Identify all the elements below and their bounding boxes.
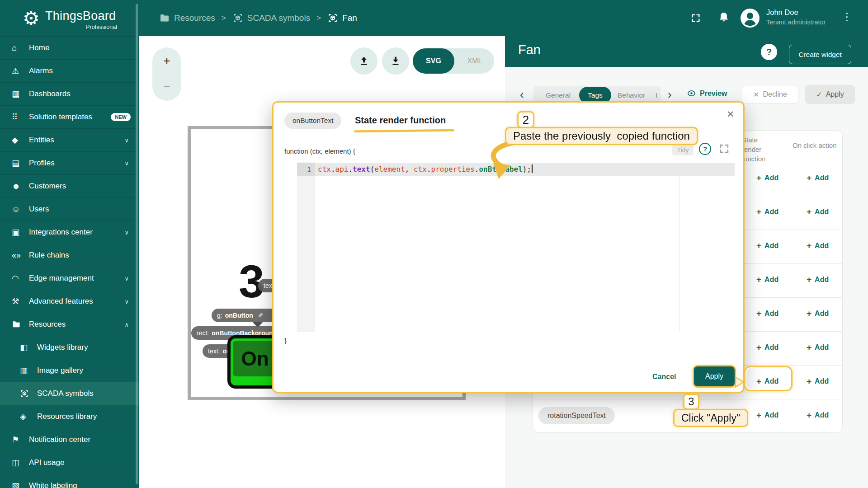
apply-button-top[interactable]: ✓ Apply	[805, 85, 855, 104]
sidebar-item-image-gallery[interactable]: ▥Image gallery	[0, 359, 139, 382]
sidebar-item-alarms[interactable]: ⚠Alarms	[0, 59, 139, 82]
add-state-render-function-button[interactable]: +Add	[756, 173, 778, 183]
sidebar-item-dashboards[interactable]: ▦Dashboards	[0, 82, 139, 105]
sidebar-item-label: Alarms	[29, 66, 53, 75]
sidebar-item-resources[interactable]: Resources∧	[0, 313, 139, 336]
chevron-down-icon: ∨	[124, 137, 129, 144]
sidebar-item-solution-templates[interactable]: ⠿Solution templatesNEW	[0, 105, 139, 128]
sidebar-item-notification-center[interactable]: ⚑Notification center	[0, 428, 139, 451]
sidebar-scrollbar[interactable]	[136, 4, 138, 484]
tidy-button[interactable]: Tidy	[672, 144, 693, 155]
add-label: Add	[764, 242, 778, 250]
add-on-click-action-button[interactable]: +Add	[807, 275, 829, 285]
tabs-scroll-left-icon[interactable]: ‹	[520, 88, 524, 102]
upload-button[interactable]	[350, 47, 377, 75]
sidebar-item-resources-library[interactable]: ◈Resources library	[0, 405, 139, 428]
add-on-click-action-button[interactable]: +Add	[807, 376, 829, 386]
add-on-click-action-button[interactable]: +Add	[807, 207, 829, 217]
plus-icon: +	[756, 343, 761, 352]
add-label: Add	[815, 242, 829, 250]
code-editor[interactable]: 1 ctx.api.text(element, ctx.properties.o…	[297, 162, 735, 332]
decline-button[interactable]: ✕ Decline	[742, 85, 798, 104]
add-state-render-function-button[interactable]: +Add	[756, 410, 778, 420]
sidebar-item-profiles[interactable]: ▤Profiles∨	[0, 151, 139, 174]
add-state-render-function-button[interactable]: +Add	[756, 275, 778, 285]
tutorial-step-2-badge: 2	[517, 111, 534, 128]
sidebar-item-users[interactable]: ☺Users	[0, 197, 139, 221]
sidebar-item-edge-management[interactable]: ◠Edge management∨	[0, 267, 139, 290]
function-signature: function (ctx, element) {	[284, 147, 355, 155]
sidebar: ⚙ ThingsBoard Professional ⌂Home⚠Alarms▦…	[0, 0, 139, 488]
download-button[interactable]	[382, 47, 409, 75]
preview-label: Preview	[700, 89, 727, 98]
sidebar-item-white-labeling[interactable]: ▧White labeling	[0, 474, 139, 488]
close-icon[interactable]: ✕	[726, 109, 735, 120]
zoom-control: + −	[152, 47, 181, 101]
sidebar-item-label: API usage	[29, 458, 64, 467]
add-state-render-function-button[interactable]: +Add	[756, 309, 778, 319]
create-widget-button[interactable]: Create widget	[789, 45, 851, 64]
sidebar-item-entities[interactable]: ◆Entities∨	[0, 128, 139, 151]
sidebar-item-integrations-center[interactable]: ▣Integrations center∨	[0, 221, 139, 244]
sidebar-item-scada-symbols[interactable]: SCADA symbols	[0, 382, 139, 405]
add-on-click-action-button[interactable]: +Add	[807, 343, 829, 352]
plus-icon: +	[807, 207, 811, 217]
tag-prefix: g:	[217, 312, 222, 319]
breadcrumb-resources[interactable]: Resources	[159, 13, 215, 23]
sidebar-item-home[interactable]: ⌂Home	[0, 36, 139, 59]
sidebar-item-label: Resources	[29, 320, 66, 329]
sidebar-item-rule-chains[interactable]: «»Rule chains	[0, 244, 139, 267]
add-label: Add	[764, 343, 778, 352]
breadcrumb-scada-symbols[interactable]: SCADA symbols	[232, 13, 310, 23]
panel-title: Fan	[518, 42, 541, 57]
tutorial-step-3-badge: 3	[683, 394, 699, 410]
sidebar-item-customers[interactable]: ☻Customers	[0, 174, 139, 197]
code-token: .	[331, 165, 335, 174]
dialog-title: State render function	[355, 115, 446, 126]
tutorial-ring-pointer	[734, 376, 745, 389]
code-token: .	[348, 165, 353, 174]
sidebar-item-advanced-features[interactable]: ⚒Advanced features∨	[0, 290, 139, 313]
sidebar-item-label: Profiles	[29, 159, 55, 168]
sidebar-item-api-usage[interactable]: ◫API usage	[0, 451, 139, 474]
help-icon[interactable]: ?	[761, 44, 777, 60]
preview-button[interactable]: Preview	[687, 89, 727, 98]
column-header-state-render-function: State render function	[742, 135, 776, 164]
add-state-render-function-button[interactable]: +Add	[756, 343, 778, 352]
avatar[interactable]	[740, 8, 760, 28]
cancel-button[interactable]: Cancel	[652, 373, 676, 381]
apply-button-dialog[interactable]: Apply	[694, 366, 735, 386]
dialog-tag-chip[interactable]: onButtonText	[284, 113, 341, 129]
brand-logo[interactable]: ⚙ ThingsBoard Professional	[0, 0, 139, 36]
expand-editor-icon[interactable]	[719, 143, 730, 154]
chevron-down-icon: ∨	[124, 298, 129, 305]
tag-chip-rotationspeedtext[interactable]: rotationSpeedText	[538, 407, 615, 424]
tabs-scroll-right-icon[interactable]: ›	[668, 88, 672, 102]
add-on-click-action-button[interactable]: +Add	[807, 241, 829, 251]
toggle-xml-option[interactable]: XML	[455, 48, 494, 74]
zoom-in-button[interactable]: +	[152, 54, 181, 68]
sidebar-item-label: Home	[29, 43, 49, 52]
breadcrumb: Resources > SCADA symbols > Fan	[159, 0, 357, 36]
line-number: 1	[297, 163, 315, 176]
add-label: Add	[764, 411, 778, 419]
edit-pencil-icon[interactable]: ✎	[258, 312, 263, 319]
add-on-click-action-button[interactable]: +Add	[807, 309, 829, 319]
more-icon[interactable]: ⋮	[842, 11, 852, 23]
sidebar-item-label: Integrations center	[29, 228, 93, 237]
add-on-click-action-button[interactable]: +Add	[807, 410, 829, 420]
help-icon[interactable]: ?	[699, 143, 711, 155]
fullscreen-icon[interactable]	[691, 13, 701, 23]
add-on-click-action-button[interactable]: +Add	[807, 173, 829, 183]
add-state-render-function-button[interactable]: +Add	[756, 241, 778, 251]
zoom-out-button[interactable]: −	[152, 80, 181, 94]
breadcrumb-fan[interactable]: Fan	[327, 13, 357, 23]
tag-name: onButton	[225, 312, 253, 319]
add-state-render-function-button[interactable]: +Add	[756, 207, 778, 217]
toggle-svg-option[interactable]: SVG	[413, 48, 454, 74]
sidebar-item-label: Advanced features	[29, 297, 93, 306]
bell-icon[interactable]	[718, 10, 730, 24]
scada-symbol-icon	[327, 13, 338, 23]
tag-overlay-onbutton[interactable]: g:onButton ✎	[212, 309, 281, 322]
sidebar-item-widgets-library[interactable]: ◧Widgets library	[0, 336, 139, 359]
